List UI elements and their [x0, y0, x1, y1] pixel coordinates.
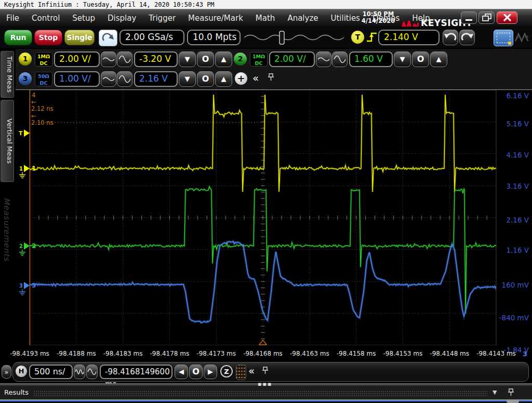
menu-control[interactable]: Control	[32, 14, 60, 23]
svg-text:3: 3	[32, 282, 36, 289]
voltage-label: 160 mV	[487, 281, 529, 289]
coupling-label: DC	[250, 60, 267, 67]
channel-3-offset-zero-button[interactable]: O	[197, 71, 214, 87]
channel-2-scale-decrease-button[interactable]	[316, 51, 331, 67]
channel-3-coupling[interactable]: 50ΩDC	[35, 72, 52, 86]
timebase-compress-button[interactable]	[74, 365, 85, 379]
channel-3-offset-down-button[interactable]: ▼	[179, 71, 196, 87]
channel-2-ground-marker[interactable]: 22	[19, 242, 36, 255]
close-button[interactable]	[497, 11, 517, 24]
voltage-label: 6.16 V	[487, 92, 529, 100]
channel-2-scale-field[interactable]: 2.00 V/	[269, 51, 315, 67]
zoom-button[interactable]: Z	[220, 365, 233, 378]
restore-button[interactable]	[478, 11, 495, 24]
channel-1-coupling[interactable]: 1MΩDC	[35, 52, 52, 67]
selection-box-button[interactable]	[494, 30, 513, 46]
horizontal-position-field[interactable]: -98.4168149600 ms	[100, 365, 172, 379]
position-zero-button[interactable]: O	[189, 365, 203, 379]
pan-right-button[interactable]: ▶	[204, 365, 217, 379]
collapse-channels-button[interactable]: «	[252, 72, 259, 84]
collapse-horizontal-button[interactable]: «	[248, 365, 255, 377]
voltage-label: -840 mV	[487, 314, 529, 322]
menu-display[interactable]: Display	[108, 14, 136, 23]
menu-file[interactable]: File	[6, 14, 19, 23]
channel-2-scale-increase-button[interactable]	[332, 51, 348, 67]
channel-3-button[interactable]: 3	[19, 72, 32, 85]
channel-2-button[interactable]: 2	[234, 53, 247, 66]
window-title: Keysight Infiniium : Tuesday, April 14, …	[4, 1, 215, 8]
channel-1-offset-zero-button[interactable]: O	[197, 51, 214, 67]
single-button[interactable]: Single	[64, 30, 95, 45]
channel-3-offset-field[interactable]: 2.16 V	[134, 71, 178, 87]
tab-vertical-meas[interactable]: Vertical Meas	[1, 100, 14, 182]
pin-channels-icon[interactable]	[267, 73, 275, 82]
horizontal-position-slider[interactable]	[244, 31, 346, 45]
channel-1-scale-field[interactable]: 2.00 V/	[54, 51, 100, 67]
minimize-icon	[466, 19, 472, 21]
channel-1-offset-up-button[interactable]: ▲	[215, 51, 232, 67]
channel-2-offset-up-button[interactable]: ▲	[430, 51, 447, 67]
sample-rate-field[interactable]: 2.00 GSa/s	[119, 30, 184, 45]
channel-1-offset-field[interactable]: -3.20 V	[134, 51, 178, 67]
menu-trigger[interactable]: Trigger	[149, 14, 176, 23]
pin-horizontal-icon[interactable]	[261, 366, 269, 375]
channel-3-ground-marker[interactable]: 33	[19, 282, 36, 295]
scope-graticule[interactable]: 112233T	[16, 90, 532, 345]
channel-2-offset-field[interactable]: 1.60 V	[349, 51, 393, 67]
compressed-wave-icon	[74, 365, 85, 379]
pin-results-icon[interactable]	[507, 388, 515, 397]
channel-2-coupling[interactable]: 1MΩDC	[250, 52, 268, 67]
channel-1-ground-marker[interactable]: 11	[19, 165, 36, 178]
time-label: -98.4183 ms	[99, 350, 147, 357]
channel-1-offset-down-button[interactable]: ▼	[179, 51, 196, 67]
channel-2-offset-zero-button[interactable]: O	[412, 51, 429, 67]
add-waveform-button[interactable]: +	[235, 72, 247, 85]
expand-panel-button[interactable]: »	[2, 365, 11, 379]
horizontal-badge[interactable]: H	[16, 366, 27, 377]
trigger-level-field[interactable]: 2.140 V	[378, 30, 440, 45]
memory-depth-field[interactable]: 10.0 Mpts	[187, 30, 241, 45]
menu-analyze[interactable]: Analyze	[287, 14, 318, 23]
menu-math[interactable]: Math	[256, 14, 275, 23]
timebase-scale-field[interactable]: 500 ns/	[29, 365, 73, 379]
clock: 10:50 PM 4/14/2020	[358, 11, 398, 24]
marker-arrow-1: ←	[31, 99, 36, 105]
stop-button[interactable]: Stop	[34, 30, 62, 45]
clock-date: 4/14/2020	[358, 18, 398, 24]
menu-measure-mark[interactable]: Measure/Mark	[188, 14, 243, 23]
channel-3-scale-increase-button[interactable]	[117, 71, 132, 87]
redo-button[interactable]	[459, 30, 475, 45]
dotted-menu-button[interactable]	[236, 365, 246, 380]
channel-1-scale-decrease-button[interactable]	[101, 51, 116, 67]
channel-1-scale-increase-button[interactable]	[117, 51, 132, 67]
run-button[interactable]: Run	[4, 30, 32, 45]
touch-gesture-button[interactable]	[99, 30, 117, 46]
svg-text:1: 1	[19, 166, 23, 172]
tab-time-meas[interactable]: Time Meas	[1, 51, 14, 98]
trigger-badge[interactable]: T	[351, 31, 364, 44]
small-wave-icon	[316, 52, 331, 67]
channel-1-button[interactable]: 1	[19, 53, 32, 66]
menu-utilities[interactable]: Utilities	[330, 14, 360, 23]
channel-3-scale-decrease-button[interactable]	[101, 71, 116, 87]
slider-handle[interactable]	[280, 31, 284, 44]
pan-left-button[interactable]: ◀	[175, 365, 188, 379]
menu-setup[interactable]: Setup	[72, 14, 95, 23]
svg-text:2: 2	[32, 242, 36, 250]
channel-3-scale-field[interactable]: 1.00 V/	[54, 71, 100, 87]
results-splitter[interactable]: ▪▪▪	[0, 383, 532, 386]
results-dropdown-icon[interactable]: ▼	[493, 389, 497, 396]
minimize-button[interactable]	[461, 11, 477, 24]
results-dotted-area	[33, 391, 487, 396]
impedance-label: 1MΩ	[250, 53, 267, 60]
large-wave-icon	[332, 52, 347, 67]
waveform-display-area[interactable]: 112233T 4 ← 2.12 ns ← 2.10 ns 6.16 V5.16…	[16, 89, 532, 361]
timebase-expand-button[interactable]	[86, 365, 98, 379]
time-label: -98.4158 ms	[332, 350, 380, 357]
undo-button[interactable]	[443, 30, 458, 45]
time-label: -98.4143 ms	[472, 350, 520, 357]
channel-3-offset-up-button[interactable]: ▲	[215, 71, 232, 87]
splitter-grip-icon[interactable]: ▪▪▪	[258, 381, 272, 387]
trigger-level-marker[interactable]: T	[19, 129, 30, 137]
channel-2-offset-down-button[interactable]: ▼	[394, 51, 411, 67]
